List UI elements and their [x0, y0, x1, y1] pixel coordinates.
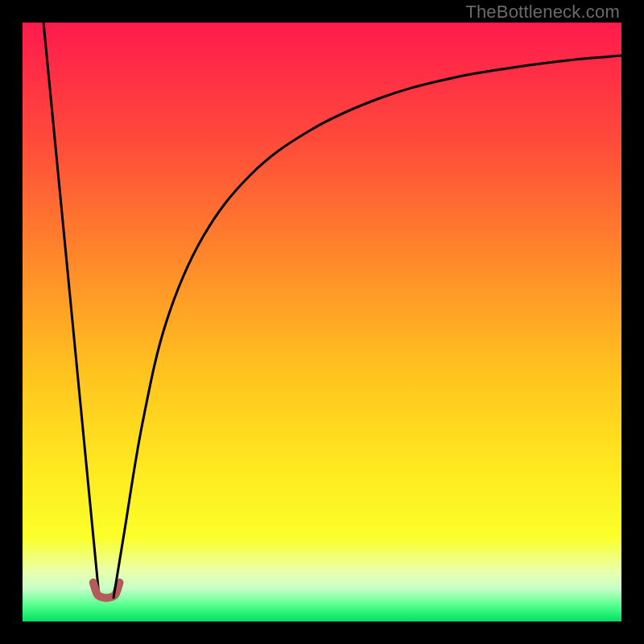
bottleneck-chart [23, 23, 621, 621]
gradient-background [23, 23, 621, 621]
watermark-text: TheBottleneck.com [465, 2, 620, 23]
chart-frame [23, 23, 621, 621]
